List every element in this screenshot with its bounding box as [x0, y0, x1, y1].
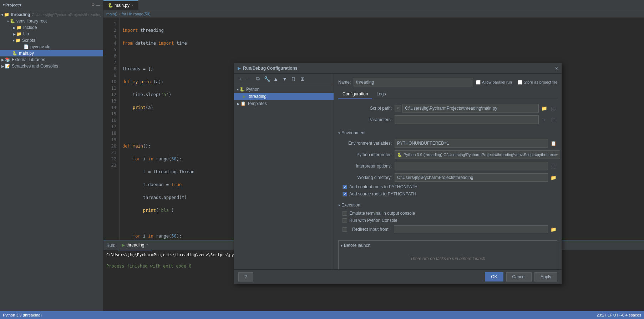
- python-interp-label: Python interpreter:: [338, 152, 392, 157]
- run-python-console-cb[interactable]: [343, 218, 347, 223]
- tree-item-include[interactable]: ▶ 📁 Include: [0, 24, 103, 31]
- run-label: Run:: [106, 243, 115, 248]
- store-as-file-label: Store as project file: [518, 80, 557, 85]
- environment-header[interactable]: ▾ Environment: [338, 128, 557, 138]
- sidebar-dropdown-icon: ▾: [19, 3, 21, 8]
- store-as-file-text: Store as project file: [524, 80, 557, 84]
- breadcrumb-item-for[interactable]: for i in range(50): [122, 12, 151, 16]
- config-run-icon: ▶: [243, 94, 246, 99]
- tree-item-venv[interactable]: ▾ 🐍 venv library root: [0, 18, 103, 24]
- sidebar-header-text: Project: [5, 3, 19, 7]
- before-launch-header[interactable]: ▾ Before launch: [341, 243, 555, 248]
- tree-item-scripts[interactable]: ▾ 📁 Scripts: [0, 37, 103, 44]
- chevron-threading: ▾: [1, 13, 3, 17]
- dialog-close-btn[interactable]: ×: [555, 65, 558, 71]
- working-dir-row: Working directory: C:\Users\jhg\PycharmP…: [338, 172, 557, 183]
- cb-check-content: ✓: [344, 185, 346, 189]
- python-interp-select[interactable]: 🐍 Python 3.9 (threading) C:\Users\jhg\Py…: [395, 150, 560, 159]
- interp-options-row: Interpreter options: ⬚: [338, 160, 557, 172]
- move-down-btn[interactable]: ▼: [281, 75, 289, 83]
- redirect-browse-btn[interactable]: 📁: [549, 225, 557, 233]
- breadcrumb-sep: ›: [119, 12, 120, 16]
- sidebar-gear-icon[interactable]: ⚙: [91, 3, 95, 7]
- tree-item-mainpy[interactable]: 🐍 main.py: [0, 50, 103, 56]
- remove-config-btn[interactable]: −: [245, 75, 253, 83]
- breadcrumb-item-main[interactable]: main(): [106, 12, 117, 16]
- edit-config-btn[interactable]: 🔧: [263, 75, 271, 83]
- tab-mainpy[interactable]: 🐍 main.py ×: [103, 0, 138, 10]
- python-group-label: Python: [246, 87, 259, 92]
- editor-tab-bar: 🐍 main.py ×: [103, 0, 644, 10]
- parameters-add-btn[interactable]: +: [540, 116, 548, 124]
- scratches-icon: 📝: [5, 64, 10, 69]
- add-content-roots-row: ✓ Add content roots to PYTHONPATH: [343, 183, 557, 190]
- name-input[interactable]: [354, 78, 473, 86]
- script-path-browse-btn[interactable]: 📁: [540, 104, 548, 112]
- chevron-scratches: ▶: [1, 64, 4, 68]
- emulate-terminal-cb[interactable]: [343, 211, 347, 216]
- config-item-threading[interactable]: ▶ threading: [234, 93, 334, 100]
- dialog-toolbar: + − ⧉ 🔧 ▲ ▼ ⇅ ⊞: [234, 74, 334, 84]
- tree-item-scratches[interactable]: ▶ 📝 Scratches and Consoles: [0, 63, 103, 69]
- parameters-expand-btn[interactable]: ⬚: [549, 116, 557, 124]
- env-vars-input[interactable]: PYTHONUNBUFFERED=1: [395, 139, 548, 148]
- tab-py-icon: 🐍: [108, 3, 113, 8]
- script-path-type-btn[interactable]: ▾: [395, 105, 401, 111]
- add-content-roots-cb[interactable]: ✓: [343, 185, 347, 189]
- run-tab-close[interactable]: ×: [146, 243, 148, 247]
- emulate-terminal-label: Emulate terminal in output console: [349, 211, 415, 216]
- allow-parallel-checkbox[interactable]: [476, 80, 481, 85]
- config-item-label-threading: threading: [249, 94, 267, 99]
- form-section-main: Script path: ▾ C:\Users\jhg\PycharmProje…: [338, 103, 557, 125]
- ok-btn[interactable]: OK: [485, 272, 503, 281]
- execution-header[interactable]: ▾ Execution: [338, 200, 557, 210]
- dialog-config-tree-panel: + − ⧉ 🔧 ▲ ▼ ⇅ ⊞ ▾ 🐍 Python: [234, 74, 334, 269]
- env-vars-browse-btn[interactable]: 📋: [549, 139, 557, 147]
- add-source-roots-cb[interactable]: ✓: [343, 192, 347, 196]
- interp-options-input[interactable]: [395, 162, 548, 170]
- move-up-btn[interactable]: ▲: [272, 75, 280, 83]
- environment-section: ▾ Environment Environment variables: PYT…: [338, 128, 557, 198]
- chevron-venv: ▾: [7, 19, 9, 23]
- tree-detail-threading: C:\Users\jhg\PycharmProjects\threading: [32, 13, 102, 17]
- run-tab-threading[interactable]: ▶ threading ×: [118, 240, 152, 250]
- project-tree: ▾ 📁 threading C:\Users\jhg\PycharmProjec…: [0, 10, 103, 311]
- run-debug-dialog[interactable]: ▶ Run/Debug Configurations × + − ⧉ 🔧 ▲ ▼…: [234, 63, 562, 284]
- help-btn[interactable]: ?: [238, 272, 253, 281]
- parameters-input[interactable]: [395, 115, 539, 124]
- apply-btn[interactable]: Apply: [534, 272, 557, 281]
- store-as-file-checkbox[interactable]: [518, 80, 522, 85]
- before-launch-body: There are no tasks to run before launch: [341, 248, 555, 269]
- sidebar-minus-icon[interactable]: —: [96, 3, 100, 7]
- tree-item-pyvenv[interactable]: 📄 pyvenv.cfg: [0, 44, 103, 50]
- cancel-btn[interactable]: Cancel: [506, 272, 532, 281]
- interp-dropdown-icon: ▾: [556, 153, 558, 157]
- config-group-templates[interactable]: ▶ 📋 Templates: [234, 100, 334, 107]
- copy-config-btn[interactable]: ⧉: [254, 75, 262, 83]
- tree-item-extlibs[interactable]: ▶ 📚 External Libraries: [0, 56, 103, 63]
- execution-label: Execution: [341, 203, 360, 208]
- script-path-expand-btn[interactable]: ⬚: [549, 104, 557, 112]
- tab-close-mainpy[interactable]: ×: [132, 4, 134, 8]
- tree-item-threading-root[interactable]: ▾ 📁 threading C:\Users\jhg\PycharmProjec…: [0, 11, 103, 18]
- redirect-input-cb[interactable]: [343, 227, 347, 232]
- tree-item-lib[interactable]: ▶ 📁 Lib: [0, 31, 103, 37]
- redirect-input-field[interactable]: [394, 225, 548, 233]
- folder-icon-lib: 📁: [16, 31, 22, 36]
- config-group-python[interactable]: ▾ 🐍 Python: [234, 86, 334, 93]
- sort-btn[interactable]: ⇅: [290, 75, 298, 83]
- env-vars-value: PYTHONUNBUFFERED=1: [397, 141, 449, 146]
- add-config-btn[interactable]: +: [236, 75, 244, 83]
- chevron-scripts: ▾: [13, 39, 15, 43]
- config-tab-logs[interactable]: Logs: [372, 90, 390, 99]
- interp-options-expand-btn[interactable]: ⬚: [549, 162, 557, 170]
- checkbox-row: Allow parallel run Store as project file: [476, 80, 557, 85]
- config-tab-configuration[interactable]: Configuration: [338, 90, 372, 99]
- folder-icon-threading: 📁: [4, 12, 9, 17]
- script-path-input[interactable]: C:\Users\jhg\PycharmProjects\threading\m…: [402, 104, 539, 113]
- working-dir-input[interactable]: C:\Users\jhg\PycharmProjects\threading: [395, 173, 548, 182]
- run-python-console-label: Run with Python Console: [349, 218, 397, 223]
- folder-icon-scripts: 📁: [15, 38, 21, 43]
- working-dir-browse-btn[interactable]: 📁: [549, 174, 557, 181]
- expand-btn[interactable]: ⊞: [299, 75, 306, 83]
